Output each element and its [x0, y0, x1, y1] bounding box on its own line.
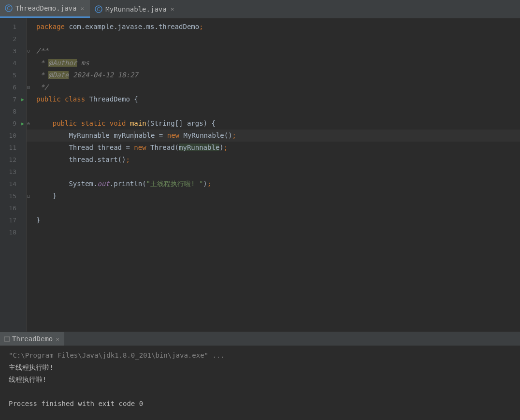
svg-text:C: C — [97, 6, 101, 12]
line-number: 8 — [0, 105, 26, 117]
line-number: 6⊟ — [0, 81, 26, 93]
line-number: 11 — [0, 142, 26, 154]
line-number: 1 — [0, 21, 26, 33]
editor[interactable]: 1 2 3⊖ 4 5 6⊟ 7▶ 8 9▶⊖ 10 11 12 13 14 15… — [0, 18, 520, 332]
close-icon[interactable]: × — [79, 5, 85, 12]
close-icon[interactable]: × — [170, 5, 175, 13]
gutter: 1 2 3⊖ 4 5 6⊟ 7▶ 8 9▶⊖ 10 11 12 13 14 15… — [0, 18, 27, 332]
line-number: 18 — [0, 226, 26, 238]
editor-tabs: C ThreadDemo.java × C MyRunnable.java × — [0, 0, 520, 18]
run-icon[interactable]: ▶ — [21, 121, 24, 126]
console-exit: Process finished with exit code 0 — [9, 400, 143, 407]
close-icon[interactable]: × — [55, 335, 60, 343]
svg-rect-4 — [4, 337, 10, 341]
line-number: 4 — [0, 57, 26, 69]
line-number: 15⊟ — [0, 190, 26, 202]
svg-text:C: C — [7, 6, 10, 11]
tab-threaddemo[interactable]: C ThreadDemo.java × — [0, 0, 90, 18]
tab-myrunnable[interactable]: C MyRunnable.java × — [90, 0, 180, 18]
java-class-icon: C — [5, 4, 13, 12]
line-number: 17 — [0, 214, 26, 226]
line-number: 16 — [0, 202, 26, 214]
console-panel: ThreadDemo × "C:\Program Files\Java\jdk1… — [0, 332, 520, 420]
run-config-icon — [4, 336, 10, 342]
line-number: 13 — [0, 166, 26, 178]
console-line: 线程执行啦! — [9, 376, 46, 383]
console-tab-label: ThreadDemo — [12, 335, 53, 343]
line-number: 2 — [0, 33, 26, 45]
console-line: 主线程执行啦! — [9, 363, 53, 371]
line-number: 14 — [0, 178, 26, 190]
text-caret — [134, 131, 134, 140]
console-tab-threaddemo[interactable]: ThreadDemo × — [0, 332, 64, 346]
code-content[interactable]: package com.example.javase.ms.threadDemo… — [27, 18, 520, 332]
console-command: "C:\Program Files\Java\jdk1.8.0_201\bin\… — [9, 351, 225, 359]
run-icon[interactable]: ▶ — [21, 97, 24, 102]
line-number: 5 — [0, 69, 26, 81]
console-output[interactable]: "C:\Program Files\Java\jdk1.8.0_201\bin\… — [0, 346, 520, 420]
line-number: 7▶ — [0, 93, 26, 105]
tab-label: MyRunnable.java — [105, 5, 166, 13]
line-number: 9▶⊖ — [0, 117, 26, 130]
line-number: 10 — [0, 130, 26, 142]
java-class-icon: C — [95, 5, 102, 13]
line-number: 12 — [0, 154, 26, 166]
console-tabs: ThreadDemo × — [0, 332, 520, 346]
line-number: 3⊖ — [0, 45, 26, 57]
tab-label: ThreadDemo.java — [15, 4, 76, 12]
